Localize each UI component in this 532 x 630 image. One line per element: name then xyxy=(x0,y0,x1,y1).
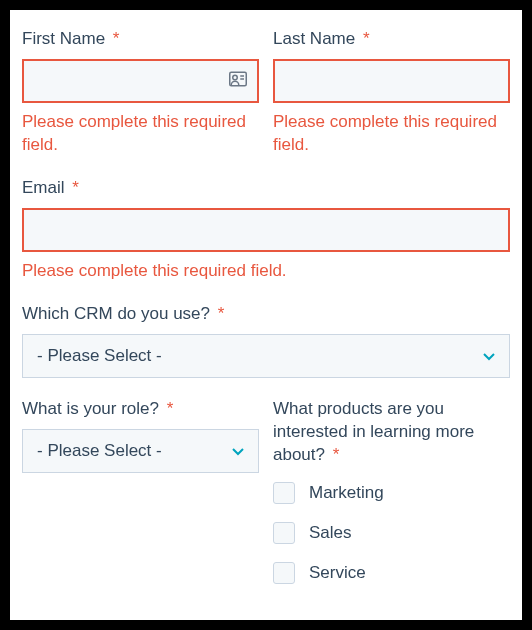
required-asterisk: * xyxy=(72,178,79,197)
required-asterisk: * xyxy=(167,399,174,418)
crm-select[interactable]: - Please Select - xyxy=(22,334,510,378)
name-row: First Name * Please complete this requir… xyxy=(22,28,510,157)
checkbox-sales[interactable] xyxy=(273,522,295,544)
last-name-error: Please complete this required field. xyxy=(273,111,510,157)
caret-down-icon xyxy=(483,346,495,366)
role-label-text: What is your role? xyxy=(22,399,159,418)
checkbox-label-marketing: Marketing xyxy=(309,483,384,503)
required-asterisk: * xyxy=(218,304,225,323)
role-field: What is your role? * - Please Select - xyxy=(22,398,259,603)
email-input[interactable] xyxy=(22,208,510,252)
svg-point-1 xyxy=(233,75,238,80)
role-select-placeholder: - Please Select - xyxy=(37,441,162,461)
checkbox-label-service: Service xyxy=(309,563,366,583)
form-container: First Name * Please complete this requir… xyxy=(10,10,522,620)
last-name-label-text: Last Name xyxy=(273,29,355,48)
last-name-input[interactable] xyxy=(273,59,510,103)
email-label-text: Email xyxy=(22,178,65,197)
caret-down-icon xyxy=(232,441,244,461)
first-name-label: First Name * xyxy=(22,28,259,51)
checkbox-marketing[interactable] xyxy=(273,482,295,504)
checkbox-label-sales: Sales xyxy=(309,523,352,543)
first-name-input[interactable] xyxy=(22,59,259,103)
required-asterisk: * xyxy=(333,445,340,464)
contact-card-icon xyxy=(229,71,247,91)
role-select[interactable]: - Please Select - xyxy=(22,429,259,473)
required-asterisk: * xyxy=(113,29,120,48)
products-label-text: What products are you interested in lear… xyxy=(273,399,474,464)
required-asterisk: * xyxy=(363,29,370,48)
crm-label: Which CRM do you use? * xyxy=(22,303,510,326)
email-field: Email * Please complete this required fi… xyxy=(22,177,510,283)
first-name-label-text: First Name xyxy=(22,29,105,48)
products-field: What products are you interested in lear… xyxy=(273,398,510,603)
crm-select-placeholder: - Please Select - xyxy=(37,346,162,366)
products-checkbox-group: Marketing Sales Service xyxy=(273,482,510,602)
crm-label-text: Which CRM do you use? xyxy=(22,304,210,323)
role-products-row: What is your role? * - Please Select - W… xyxy=(22,398,510,603)
last-name-field: Last Name * Please complete this require… xyxy=(273,28,510,157)
role-label: What is your role? * xyxy=(22,398,259,421)
first-name-field: First Name * Please complete this requir… xyxy=(22,28,259,157)
checkbox-row-service: Service xyxy=(273,562,510,584)
first-name-error: Please complete this required field. xyxy=(22,111,259,157)
checkbox-row-marketing: Marketing xyxy=(273,482,510,504)
checkbox-row-sales: Sales xyxy=(273,522,510,544)
crm-field: Which CRM do you use? * - Please Select … xyxy=(22,303,510,378)
products-label: What products are you interested in lear… xyxy=(273,398,510,467)
checkbox-service[interactable] xyxy=(273,562,295,584)
last-name-label: Last Name * xyxy=(273,28,510,51)
email-error: Please complete this required field. xyxy=(22,260,510,283)
email-label: Email * xyxy=(22,177,510,200)
